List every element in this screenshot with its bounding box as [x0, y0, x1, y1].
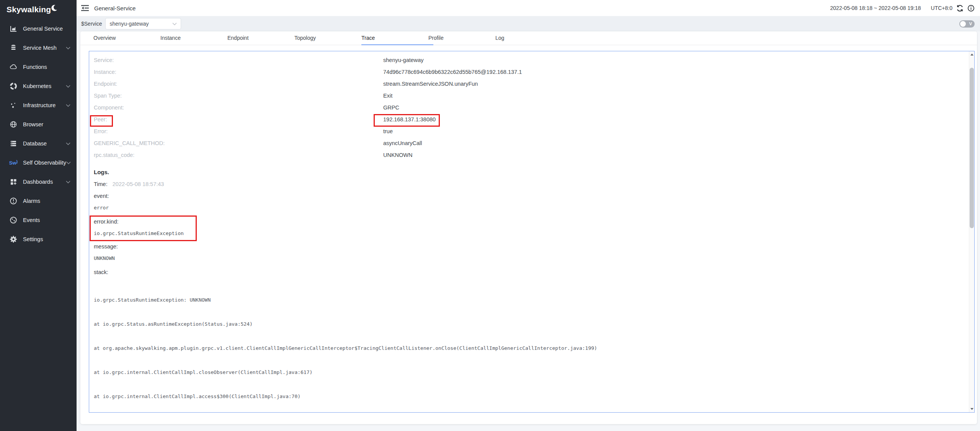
chevron-down-icon — [66, 181, 70, 183]
tab-bar: Overview Instance Endpoint Topology Trac… — [80, 31, 977, 45]
field-value: stream.StreamServiceJSON.unaryFun — [383, 78, 478, 90]
log-error-kind-value: io.grpc.StatusRuntimeException — [94, 230, 968, 237]
sidebar-item-functions[interactable]: Functions — [0, 57, 77, 77]
field-label: Instance: — [94, 66, 383, 78]
toggle-knob — [960, 21, 966, 27]
sidebar-item-general-service[interactable]: General Service — [0, 19, 77, 38]
toggle-label: V — [969, 21, 972, 26]
wheel-icon — [10, 82, 17, 90]
sidebar-item-service-mesh[interactable]: Service Mesh — [0, 38, 77, 57]
field-value: 74d96c778c694c6b9b6322c62d55b765@192.168… — [383, 66, 522, 78]
sidebar-item-self-observability[interactable]: Sw) Self Observability — [0, 153, 77, 172]
field-label: Endpoint: — [94, 78, 383, 90]
sidebar-item-label: Settings — [23, 236, 43, 242]
field-row-peer: Peer: 192.168.137.1:38080 — [94, 114, 968, 126]
dots-icon — [10, 101, 17, 109]
field-value: true — [383, 126, 393, 137]
sidebar-item-kubernetes[interactable]: Kubernetes — [0, 77, 77, 96]
field-row-rpc-status-code: rpc.status_code: UNKNOWN — [94, 149, 968, 161]
stack-line: at io.grpc.internal.ClientCallImpl.close… — [94, 368, 968, 376]
sidebar-item-infrastructure[interactable]: Infrastructure — [0, 96, 77, 115]
tab-profile[interactable]: Profile — [428, 31, 495, 45]
sidebar: Skywalking General Service Service Mesh … — [0, 0, 77, 431]
chevron-down-icon — [66, 47, 70, 49]
log-message-label: message: — [94, 243, 968, 250]
timezone-selector[interactable]: UTC+8:0 — [931, 5, 952, 11]
version-toggle[interactable]: V — [959, 20, 975, 28]
sidebar-item-label: Database — [23, 140, 47, 147]
moon-icon — [51, 5, 58, 11]
content-card: Overview Instance Endpoint Topology Trac… — [80, 31, 977, 424]
stack-line: io.grpc.StatusRuntimeException: UNKNOWN — [94, 296, 968, 304]
field-value: asyncUnaryCall — [383, 137, 422, 149]
sidebar-item-database[interactable]: Database — [0, 134, 77, 153]
service-var-label: $Service — [81, 21, 102, 27]
field-label: rpc.status_code: — [94, 149, 383, 161]
scroll-down-icon[interactable] — [970, 408, 973, 410]
log-message-value: UNKNOWN — [94, 255, 968, 262]
panel-scrollbar[interactable] — [969, 51, 974, 412]
annotation-box-peer-value — [374, 114, 440, 127]
app-logo-text: Skywalking — [7, 5, 51, 14]
page-title: General-Service — [94, 5, 136, 11]
field-label: Error: — [94, 126, 383, 137]
cloud-icon — [10, 63, 17, 71]
tab-trace[interactable]: Trace — [361, 31, 428, 45]
log-stack-label: stack: — [94, 268, 968, 276]
scroll-up-icon[interactable] — [970, 54, 973, 56]
field-label: Component: — [94, 102, 383, 114]
service-bar: $Service shenyu-gateway V — [77, 16, 980, 31]
chevron-down-icon — [66, 104, 70, 107]
sidebar-item-label: Events — [23, 217, 40, 223]
field-label: GENERIC_CALL_METHOD: — [94, 137, 383, 149]
annotation-box-error-kind — [90, 216, 197, 241]
sidebar-item-label: Kubernetes — [23, 83, 51, 89]
sidebar-item-settings[interactable]: Settings — [0, 230, 77, 249]
sidebar-item-browser[interactable]: Browser — [0, 115, 77, 134]
sidebar-item-label: Infrastructure — [23, 102, 56, 108]
tab-instance[interactable]: Instance — [160, 31, 227, 45]
field-label: Span Type: — [94, 90, 383, 102]
app-logo[interactable]: Skywalking — [0, 0, 77, 19]
tab-overview[interactable]: Overview — [93, 31, 160, 45]
sidebar-item-events[interactable]: Events — [0, 211, 77, 230]
chevron-down-icon — [172, 23, 177, 25]
log-time-value: 2022-05-08 18:57:43 — [113, 181, 164, 187]
tab-endpoint[interactable]: Endpoint — [227, 31, 294, 45]
stack-line: at io.grpc.internal.ClientCallImpl.acces… — [94, 392, 968, 400]
scrollbar-thumb[interactable] — [970, 68, 974, 228]
bar-chart-icon — [10, 25, 17, 33]
sidebar-item-label: Browser — [23, 121, 43, 127]
layers-icon — [10, 44, 17, 52]
span-detail-content: Service: shenyu-gateway Instance: 74d96c… — [89, 51, 974, 412]
field-row-generic-call-method: GENERIC_CALL_METHOD: asyncUnaryCall — [94, 137, 968, 149]
chevron-down-icon — [66, 162, 71, 164]
refresh-icon[interactable] — [956, 5, 964, 12]
field-row-span-type: Span Type: Exit — [94, 90, 968, 102]
field-row-service: Service: shenyu-gateway — [94, 54, 968, 66]
sidebar-item-alarms[interactable]: Alarms — [0, 191, 77, 211]
tab-log[interactable]: Log — [495, 31, 562, 45]
grid-plus-icon — [10, 178, 17, 186]
sidebar-item-label: Service Mesh — [23, 45, 57, 51]
field-row-instance: Instance: 74d96c778c694c6b9b6322c62d55b7… — [94, 66, 968, 78]
field-value: shenyu-gateway — [383, 54, 424, 66]
clock-icon — [10, 216, 17, 224]
tab-topology[interactable]: Topology — [294, 31, 361, 45]
chevron-down-icon — [66, 142, 70, 145]
stack-line: at io.grpc.Status.asRuntimeException(Sta… — [94, 320, 968, 328]
log-time-row: Time: 2022-05-08 18:57:43 — [94, 180, 968, 188]
sidebar-item-label: Alarms — [23, 198, 40, 204]
field-row-error: Error: true — [94, 126, 968, 137]
sidebar-item-label: Dashboards — [23, 179, 53, 185]
log-error-kind-label: error.kind: — [94, 218, 968, 225]
sidebar-item-dashboards[interactable]: Dashboards — [0, 172, 77, 191]
time-range-picker[interactable]: 2022-05-08 18:18 ~ 2022-05-08 19:18 — [830, 5, 921, 11]
field-row-endpoint: Endpoint: stream.StreamServiceJSON.unary… — [94, 78, 968, 90]
collapse-menu-icon[interactable] — [81, 5, 89, 11]
info-icon[interactable] — [967, 5, 975, 12]
skywalking-mini-icon: Sw) — [10, 159, 17, 167]
alert-circle-icon — [10, 197, 17, 205]
service-select[interactable]: shenyu-gateway — [105, 18, 181, 29]
logs-heading: Logs. — [94, 168, 968, 176]
